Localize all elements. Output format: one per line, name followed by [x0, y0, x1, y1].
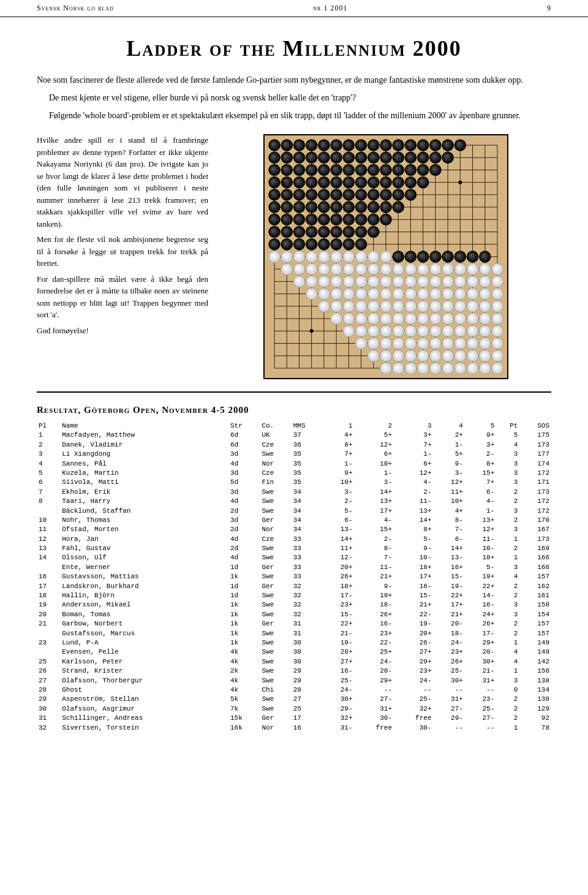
- table-cell: Cze: [260, 469, 291, 478]
- table-cell: 173: [519, 488, 551, 497]
- table-cell: 27-: [465, 714, 496, 723]
- col-co: Co.: [260, 421, 291, 431]
- table-cell: 7+: [394, 440, 434, 450]
- table-cell: Ente, Werner: [60, 563, 228, 572]
- table-cell: 3d: [228, 488, 260, 497]
- table-cell: 31+: [355, 704, 394, 714]
- table-cell: 1: [496, 667, 519, 676]
- table-cell: Swe: [260, 497, 291, 506]
- table-cell: 6d: [228, 440, 260, 450]
- table-cell: 3: [496, 459, 519, 469]
- table-cell: 8-: [355, 544, 394, 553]
- table-row: 5Kuzela, Martin3dCze359+1-12+3-15+3172: [37, 469, 551, 478]
- table-cell: 8+: [323, 440, 354, 450]
- table-cell: Hallin, Björn: [60, 591, 228, 600]
- table-row: Evensen, Pelle4kSwe3028+25+27+23+20-4149: [37, 648, 551, 657]
- table-cell: Kuzela, Martin: [60, 469, 228, 478]
- table-cell: 17-: [465, 629, 496, 638]
- table-cell: 3-: [355, 478, 394, 487]
- table-cell: 23+: [434, 648, 465, 657]
- section-divider: [37, 391, 551, 393]
- header-right: 9: [547, 4, 551, 13]
- table-cell: 12-: [323, 553, 354, 562]
- table-cell: Swe: [260, 704, 291, 714]
- table-cell: 169: [519, 544, 551, 553]
- table-cell: 31: [292, 629, 323, 638]
- table-cell: --: [394, 685, 434, 695]
- table-cell: 17+: [434, 600, 465, 610]
- table-cell: 20-: [465, 648, 496, 657]
- table-cell: Swe: [260, 657, 291, 667]
- table-cell: 19-: [394, 619, 434, 629]
- table-cell: 1: [496, 553, 519, 562]
- table-cell: 2d: [228, 507, 260, 516]
- table-cell: 4d: [228, 497, 260, 506]
- table-cell: 4: [496, 657, 519, 667]
- main-title-area: Ladder of the Millennium 2000: [37, 36, 551, 61]
- table-cell: 25: [37, 657, 60, 667]
- table-cell: 17: [292, 714, 323, 723]
- table-cell: 14+: [323, 535, 354, 544]
- table-cell: 6-: [465, 488, 496, 497]
- table-cell: Chi: [260, 685, 291, 695]
- table-cell: 24-: [355, 657, 394, 667]
- table-cell: 34: [292, 507, 323, 516]
- table-cell: 20+: [323, 563, 354, 572]
- table-cell: UK: [260, 431, 291, 440]
- table-row: 29Aspenström, Stellan5kSwe2730+27-25-31+…: [37, 695, 551, 704]
- table-cell: 2: [496, 695, 519, 704]
- table-cell: 5+: [355, 431, 394, 440]
- table-cell: 3: [496, 478, 519, 487]
- table-cell: Swe: [260, 553, 291, 562]
- table-row: 23Lund, P-A1kSwe3019-22-26-24-29+1149: [37, 638, 551, 648]
- table-cell: 2: [496, 591, 519, 600]
- table-cell: Macfadyen, Matthew: [60, 431, 228, 440]
- table-cell: 157: [519, 629, 551, 638]
- table-cell: 33: [292, 572, 323, 581]
- table-row: 14Olsson, Ulf4dSwe3312-7-10-13-18+1166: [37, 553, 551, 562]
- table-cell: Danek, Vladimir: [60, 440, 228, 450]
- table-cell: 1-: [434, 440, 465, 450]
- table-cell: 1: [496, 535, 519, 544]
- table-cell: 28: [292, 685, 323, 695]
- table-cell: 4d: [228, 553, 260, 562]
- table-row: 19Andersson, Mikael1kSwe3223+18-21+17+16…: [37, 600, 551, 610]
- table-cell: 27+: [323, 657, 354, 667]
- table-cell: Olafsson, Thorbergur: [60, 676, 228, 685]
- table-cell: 13: [37, 544, 60, 553]
- right-column: [221, 134, 551, 379]
- table-cell: 4: [496, 440, 519, 450]
- table-row: Bäcklund, Staffan2dSwe345-17+13+4+1-3172: [37, 507, 551, 516]
- table-cell: 1d: [228, 582, 260, 591]
- table-cell: 4+: [323, 431, 354, 440]
- table-cell: [37, 507, 60, 516]
- table-cell: 4k: [228, 648, 260, 657]
- table-cell: 7-: [434, 525, 465, 534]
- table-cell: 172: [519, 497, 551, 506]
- table-cell: free: [355, 723, 394, 733]
- table-cell: 19+: [465, 572, 496, 581]
- table-cell: 1-: [355, 469, 394, 478]
- table-cell: 8+: [394, 525, 434, 534]
- table-cell: 1k: [228, 638, 260, 648]
- table-cell: 30: [292, 657, 323, 667]
- table-row: 27Olafsson, Thorbergur4kSwe2925-29+24-30…: [37, 676, 551, 685]
- table-cell: 21-: [465, 667, 496, 676]
- table-cell: 3: [37, 450, 60, 459]
- table-cell: 26-: [394, 638, 434, 648]
- table-cell: 29-: [434, 714, 465, 723]
- table-cell: Ofstad, Morten: [60, 525, 228, 534]
- table-cell: 13-: [323, 525, 354, 534]
- table-cell: 3-: [434, 469, 465, 478]
- table-cell: 31: [37, 714, 60, 723]
- table-row: 4Sannes, Pål4dNor351-10+6+9-8+3174: [37, 459, 551, 469]
- table-cell: 18+: [394, 563, 434, 572]
- two-col-section: Hvilke andre spill er i stand til å fram…: [37, 134, 551, 379]
- table-cell: 16: [292, 723, 323, 733]
- table-cell: Hora, Jan: [60, 535, 228, 544]
- table-cell: 16+: [434, 563, 465, 572]
- table-cell: Fahl, Gustav: [60, 544, 228, 553]
- table-cell: 27-: [355, 695, 394, 704]
- table-cell: 6-: [323, 516, 354, 525]
- results-table: Pl Name Str Co. MMS 1 2 3 4 5 Pt SOS 1Ma…: [37, 421, 551, 733]
